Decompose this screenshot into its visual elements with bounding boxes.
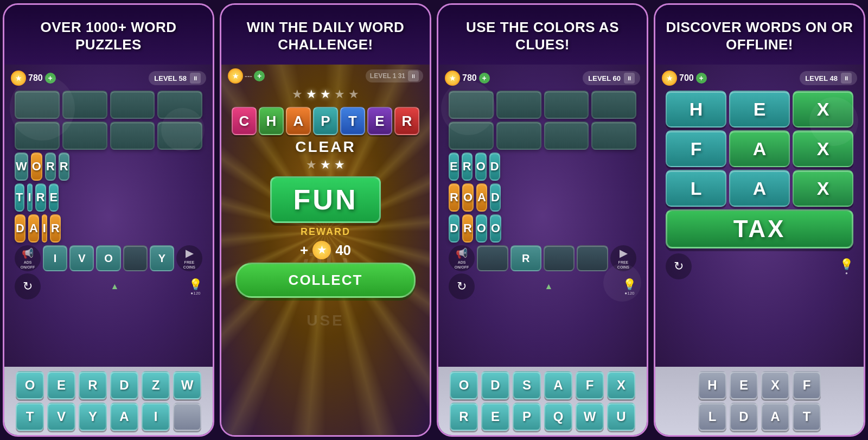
tile-d[interactable]: D (110, 371, 138, 399)
word-worry-row: W O R R (15, 152, 202, 181)
tile-h2[interactable]: H (698, 371, 726, 399)
star-b1: ★ (306, 158, 317, 172)
tile-a[interactable]: A (110, 403, 138, 431)
panel3-level-badge: LEVEL 60 ⏸ (583, 71, 640, 85)
shuffle-button[interactable]: ↻ (15, 273, 41, 299)
panel3-pause-button[interactable]: ⏸ (624, 73, 635, 84)
tile-w[interactable]: W (576, 403, 604, 431)
grid-cell-r2: R (59, 152, 69, 181)
grid-cell (496, 122, 541, 150)
grid-cell (591, 122, 636, 150)
panel4-tile-row-2: L D A T (698, 403, 821, 431)
tile-z[interactable]: Z (142, 371, 170, 399)
tile-i[interactable]: I (142, 403, 170, 431)
tile-q[interactable]: Q (544, 403, 572, 431)
tile-e3[interactable]: E (730, 371, 758, 399)
panel4-star-icon: ★ (662, 71, 677, 86)
panel4-letter-tiles: H E X F L D A T (655, 367, 864, 435)
panel3-shuffle-button[interactable]: ↻ (449, 273, 475, 299)
panel2-pause-button[interactable]: ⏸ (408, 71, 419, 81)
panel3-ads-button[interactable]: 📢 ADS ON/OFF (449, 245, 475, 271)
panel3-controls-word: 📢 ADS ON/OFF R ▶ FREE COINS (449, 245, 636, 271)
reward-label: REWARD (301, 226, 350, 238)
panel4-hint[interactable]: 💡 ● (840, 258, 853, 276)
panel3-free-coins[interactable]: ▶ FREE COINS (610, 245, 636, 271)
word-erode-row: E R O D (449, 152, 636, 181)
panel-offline: DISCOVER WORDS ON OR OFFLINE! ★ 700 + LE… (654, 3, 865, 437)
big-tile-x3: X (793, 170, 853, 207)
grid-cell-r3: R (35, 183, 46, 212)
tile-a2[interactable]: A (544, 371, 572, 399)
tile-s[interactable]: S (513, 371, 541, 399)
ads-button[interactable]: 📢 ADS ON/OFF (15, 245, 41, 271)
collect-button[interactable]: COLLECT (235, 263, 415, 298)
cell-o3: O (476, 214, 487, 243)
tile-l[interactable]: L (698, 403, 726, 431)
panel4-pause-button[interactable]: ⏸ (841, 73, 852, 84)
panel2-level-badge: LEVEL 1 31 ⏸ (366, 69, 423, 82)
panel-word-puzzles: OVER 1000+ WORD PUZZLES ★ 780 + LEVEL 58… (3, 3, 214, 437)
tile-a3[interactable]: A (761, 403, 789, 431)
tile-e[interactable]: E (47, 371, 75, 399)
tile-f[interactable]: F (576, 371, 604, 399)
panel1-add-coins-button[interactable]: + (45, 73, 56, 84)
panel3-tile-row-2: R E P Q W U (450, 403, 635, 431)
grid-cell (157, 91, 202, 119)
panel1-pause-button[interactable]: ⏸ (190, 73, 201, 84)
panel2-level-text: LEVEL 1 31 (370, 72, 405, 80)
grid-cell (15, 122, 60, 150)
tile-x[interactable]: X (607, 371, 635, 399)
faded-word2: USE (307, 312, 344, 329)
panel1-bottom-controls: ↻ ▲ 💡 ●120 (15, 273, 202, 299)
panel2-stars-bottom: ★ ★ ★ (306, 158, 345, 172)
tile-d3[interactable]: D (730, 403, 758, 431)
panel4-add-coins[interactable]: + (696, 73, 707, 84)
cell-r3: R (462, 214, 473, 243)
tile-u[interactable]: U (607, 403, 635, 431)
tile-t[interactable]: T (16, 403, 44, 431)
tile-o2[interactable]: O (450, 371, 478, 399)
panel3-hint-button[interactable]: 💡 ●120 (623, 278, 636, 296)
panel-colors-clues: USE THE COLORS AS CLUES! ★ 780 + LEVEL 6… (437, 3, 648, 437)
cell-d2: D (490, 183, 501, 212)
panel3-coin-count: 780 (462, 73, 477, 83)
big-tile-a1: A (729, 130, 790, 167)
grid-cell (157, 122, 202, 150)
star-4: ★ (334, 87, 345, 101)
star-1: ★ (292, 87, 303, 101)
tile-o[interactable]: O (16, 371, 44, 399)
panel2-coin-area: ★ --- + (228, 68, 265, 84)
grid-cell-r4: R (50, 214, 61, 243)
tile-f2[interactable]: F (793, 371, 821, 399)
triangle-indicator: ▲ (111, 282, 119, 291)
tile-r[interactable]: R (79, 371, 107, 399)
hint-button[interactable]: 💡 ●120 (189, 278, 202, 296)
cell-o2: O (462, 183, 474, 212)
current-cell-empty3 (577, 245, 608, 271)
tile-x2[interactable]: X (761, 371, 789, 399)
tile-d2[interactable]: D (481, 371, 509, 399)
panel3-add-coins[interactable]: + (479, 73, 490, 84)
tile-t[interactable]: T (793, 403, 821, 431)
panel4-shuffle[interactable]: ↻ (666, 253, 692, 279)
current-cell-r: R (510, 245, 541, 271)
panel3-empty-grid (449, 91, 636, 150)
free-coins-button[interactable]: ▶ FREE COINS (176, 245, 202, 271)
tile-p[interactable]: P (513, 403, 541, 431)
tile-blank[interactable] (173, 403, 201, 431)
grid-cell (544, 122, 589, 150)
tile-row-2: T V Y A I (16, 403, 201, 431)
tile-e2[interactable]: E (481, 403, 509, 431)
panel4-game-area: ★ 700 + LEVEL 48 ⏸ H E X F A X L A X TAX (655, 65, 864, 367)
tile-y[interactable]: Y (79, 403, 107, 431)
tile-w[interactable]: W (173, 371, 201, 399)
panel4-header: DISCOVER WORDS ON OR OFFLINE! (655, 5, 864, 65)
panel1-coin-count: 780 (28, 73, 43, 83)
tile-r2[interactable]: R (450, 403, 478, 431)
current-cell-y: Y (150, 245, 174, 271)
tile-v[interactable]: V (47, 403, 75, 431)
panel2-add-coins[interactable]: + (254, 71, 265, 81)
grid-cell (496, 91, 541, 119)
panel4-level-badge: LEVEL 48 ⏸ (800, 71, 857, 85)
panel2-stars-top: ★ ★ ★ ★ ★ (292, 87, 359, 101)
